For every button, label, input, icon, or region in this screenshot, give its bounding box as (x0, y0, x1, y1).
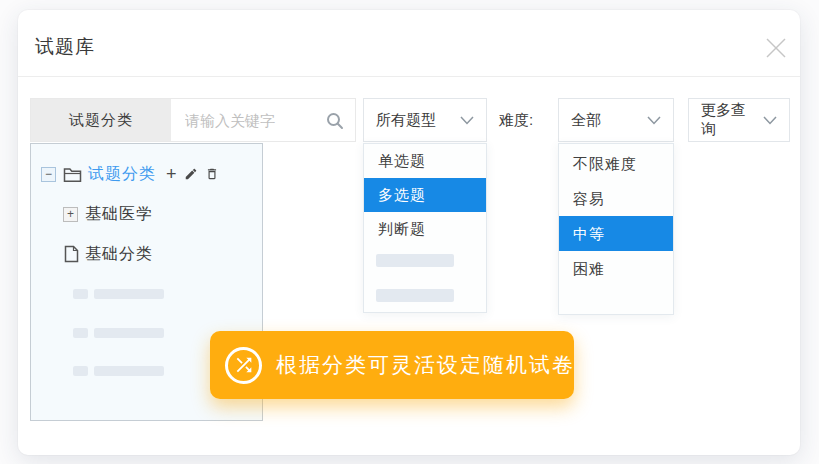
tree-row-root: − 试题分类 + (41, 160, 226, 188)
tree-node-label[interactable]: 基础医学 (85, 204, 153, 225)
header-divider (18, 76, 800, 77)
menu-item-easy[interactable]: 容易 (559, 181, 673, 216)
file-icon (64, 245, 79, 263)
close-button[interactable] (763, 35, 789, 61)
tree-node-actions: + (166, 166, 226, 182)
tree-placeholder-row (73, 328, 164, 338)
shuffle-icon (233, 354, 255, 376)
chevron-down-icon (647, 116, 661, 125)
chevron-down-icon (763, 116, 777, 125)
placeholder-square (73, 366, 88, 376)
collapse-toggle-icon[interactable]: − (41, 167, 56, 182)
placeholder-bar (94, 366, 164, 376)
delete-icon[interactable] (205, 167, 219, 181)
menu-item-true-false[interactable]: 判断题 (364, 212, 486, 246)
close-icon (763, 35, 789, 61)
menu-item-multiple-choice[interactable]: 多选题 (364, 178, 486, 212)
difficulty-select-value: 全部 (571, 111, 601, 130)
tab-question-category[interactable]: 试题分类 (31, 99, 171, 141)
page-title: 试题库 (35, 34, 95, 60)
placeholder-bar (94, 289, 164, 299)
placeholder-square (73, 328, 88, 338)
question-type-menu: 单选题 多选题 判断题 (363, 143, 487, 313)
tree-node-label[interactable]: 基础分类 (85, 244, 153, 265)
more-query-select[interactable]: 更多查询 (688, 98, 790, 142)
menu-item-single-choice[interactable]: 单选题 (364, 144, 486, 178)
shuffle-icon-ring (225, 347, 262, 384)
menu-item-any-difficulty[interactable]: 不限难度 (559, 146, 673, 181)
tree-node-root-label[interactable]: 试题分类 (88, 164, 156, 185)
tree-row-leaf: 基础分类 (64, 240, 153, 268)
tree-placeholder-row (73, 289, 164, 299)
placeholder-square (73, 289, 88, 299)
callout-text: 根据分类可灵活设定随机试卷 (276, 351, 575, 379)
question-type-select[interactable]: 所有题型 (363, 98, 487, 142)
question-bank-dialog: 试题库 试题分类 所有题型 难度: (18, 10, 800, 455)
add-category-icon[interactable]: + (166, 166, 177, 182)
difficulty-label: 难度: (499, 98, 533, 142)
question-type-select-value: 所有题型 (376, 111, 436, 130)
search-box (171, 99, 355, 141)
search-icon[interactable] (325, 111, 345, 131)
menu-item-hard[interactable]: 困难 (559, 251, 673, 286)
feature-callout: 根据分类可灵活设定随机试卷 (210, 331, 574, 399)
difficulty-select[interactable]: 全部 (558, 98, 674, 142)
placeholder-bar (94, 328, 164, 338)
placeholder-bar (376, 289, 454, 302)
search-group: 试题分类 (30, 98, 356, 142)
folder-icon (63, 166, 82, 183)
chevron-down-icon (460, 116, 474, 125)
difficulty-menu: 不限难度 容易 中等 困难 (558, 143, 674, 315)
menu-item-medium[interactable]: 中等 (559, 216, 673, 251)
placeholder-bar (376, 254, 454, 267)
edit-icon[interactable] (184, 167, 198, 181)
more-query-select-value: 更多查询 (701, 101, 757, 139)
page-background: 试题库 试题分类 所有题型 难度: (0, 0, 819, 464)
tree-row-child: + 基础医学 (63, 200, 153, 228)
tree-placeholder-row (73, 366, 164, 376)
expand-toggle-icon[interactable]: + (63, 207, 78, 222)
